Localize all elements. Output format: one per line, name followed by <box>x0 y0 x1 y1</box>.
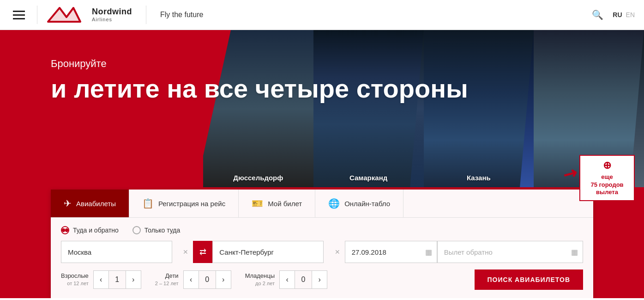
hero-title: и летите на все четыре стороны <box>51 74 468 103</box>
more-cities-text: еще75 городоввылета <box>590 173 623 197</box>
radio-one-way-label: Только туда <box>144 227 180 234</box>
from-input[interactable] <box>61 241 172 263</box>
return-date-field[interactable]: Вылет обратно ▦ <box>437 241 583 263</box>
hero-subtitle: Бронируйте <box>51 58 468 70</box>
hero-red-bg <box>0 30 231 187</box>
lang-ru-btn[interactable]: RU <box>613 11 622 18</box>
tab-board-icon: 🌐 <box>328 198 340 209</box>
swap-button[interactable]: ⇄ <box>193 241 212 263</box>
radio-row: Туда и обратно Только туда <box>61 226 583 234</box>
cities-strip: Дюссельдорф Самарканд Казань Сочи <box>203 30 644 187</box>
fields-row: ✕ ⇄ ✕ 27.09.2018 ▦ Вылет обратно ▦ <box>61 241 583 263</box>
departure-date-value: 27.09.2018 <box>352 248 386 256</box>
city-kazan[interactable]: Казань <box>424 30 534 187</box>
search-button[interactable]: ПОИСК АВИАБИЛЕТОВ <box>475 269 583 290</box>
tab-myticket-label: Мой билет <box>268 200 302 208</box>
menu-icon[interactable] <box>9 7 29 23</box>
infants-group: Младенцы до 2 лет ‹ 0 › <box>245 270 327 289</box>
header-right: 🔍 RU EN <box>592 9 635 20</box>
tab-checkin-label: Регистрация на рейс <box>158 200 225 208</box>
from-field-wrapper: ✕ <box>61 241 193 263</box>
adults-group: Взрослые от 12 лет ‹ 1 › <box>61 270 141 289</box>
adults-stepper: ‹ 1 › <box>93 270 141 289</box>
header: Nordwind Airlines Fly the future 🔍 RU EN <box>0 0 644 30</box>
tab-board[interactable]: 🌐 Онлайн-табло <box>315 190 403 217</box>
tab-checkin-icon: 📋 <box>142 198 154 209</box>
tagline: Fly the future <box>160 11 592 19</box>
infants-label: Младенцы до 2 лет <box>245 272 275 287</box>
tab-board-label: Онлайн-табло <box>344 200 390 208</box>
adults-label: Взрослые от 12 лет <box>61 272 89 287</box>
adults-decrement[interactable]: ‹ <box>94 271 108 288</box>
children-group: Дети 2 – 12 лет ‹ 0 › <box>155 270 231 289</box>
to-field-wrapper: ✕ <box>212 241 344 263</box>
hero-text-area: Бронируйте и летите на все четыре сторон… <box>51 58 468 103</box>
from-clear-icon[interactable]: ✕ <box>183 248 188 256</box>
children-value: 0 <box>199 271 216 288</box>
radio-round-trip-circle <box>61 226 69 234</box>
radio-one-way[interactable]: Только туда <box>132 226 180 234</box>
calendar-icon: ▦ <box>425 248 432 257</box>
hero-section: Дюссельдорф Самарканд Казань Сочи Бронир… <box>0 30 644 298</box>
tab-checkin[interactable]: 📋 Регистрация на рейс <box>129 190 239 217</box>
booking-panel: ✈ Авиабилеты 📋 Регистрация на рейс 🎫 Мой… <box>51 190 593 298</box>
booking-tabs: ✈ Авиабилеты 📋 Регистрация на рейс 🎫 Мой… <box>51 190 593 218</box>
adults-increment[interactable]: › <box>126 271 141 288</box>
more-cities-button[interactable]: ⊕ еще75 городоввылета <box>579 155 635 201</box>
return-calendar-icon: ▦ <box>571 248 578 257</box>
search-icon[interactable]: 🔍 <box>592 9 603 20</box>
children-increment[interactable]: › <box>216 271 231 288</box>
radio-round-trip[interactable]: Туда и обратно <box>61 226 119 234</box>
city-name-kazan: Казань <box>424 174 534 182</box>
plus-icon: ⊕ <box>603 159 611 171</box>
return-date-placeholder: Вылет обратно <box>444 248 493 256</box>
logo-text: Nordwind Airlines <box>92 7 132 22</box>
logo-area: Nordwind Airlines <box>46 6 132 24</box>
lang-en-btn[interactable]: EN <box>626 11 635 18</box>
city-samarkand[interactable]: Самарканд <box>313 30 424 187</box>
infants-decrement[interactable]: ‹ <box>280 271 295 288</box>
departure-date-field[interactable]: 27.09.2018 ▦ <box>345 241 437 263</box>
infants-stepper: ‹ 0 › <box>279 270 327 289</box>
infants-increment[interactable]: › <box>312 271 327 288</box>
adults-value: 1 <box>108 271 126 288</box>
radio-round-trip-label: Туда и обратно <box>73 227 119 234</box>
tab-myticket[interactable]: 🎫 Мой билет <box>239 190 315 217</box>
logo-icon[interactable] <box>46 6 87 24</box>
children-decrement[interactable]: ‹ <box>184 271 199 288</box>
to-input[interactable] <box>212 241 324 263</box>
radio-one-way-circle <box>132 226 141 234</box>
children-label: Дети 2 – 12 лет <box>155 272 179 287</box>
lang-switcher: RU EN <box>613 11 635 18</box>
tab-tickets[interactable]: ✈ Авиабилеты <box>51 190 129 217</box>
children-stepper: ‹ 0 › <box>183 270 231 289</box>
city-name-dusseldorf: Дюссельдорф <box>203 174 313 182</box>
passengers-row: Взрослые от 12 лет ‹ 1 › Дети 2 – 12 лет <box>61 269 583 290</box>
header-divider1 <box>37 6 37 24</box>
booking-form: Туда и обратно Только туда ✕ ⇄ ✕ <box>51 218 593 298</box>
tab-myticket-icon: 🎫 <box>252 198 263 209</box>
city-name-samarkand: Самарканд <box>313 174 424 182</box>
header-divider2 <box>146 6 146 24</box>
tab-tickets-label: Авиабилеты <box>76 200 116 208</box>
infants-value: 0 <box>295 271 312 288</box>
tab-tickets-icon: ✈ <box>64 198 72 209</box>
to-clear-icon[interactable]: ✕ <box>335 248 340 256</box>
